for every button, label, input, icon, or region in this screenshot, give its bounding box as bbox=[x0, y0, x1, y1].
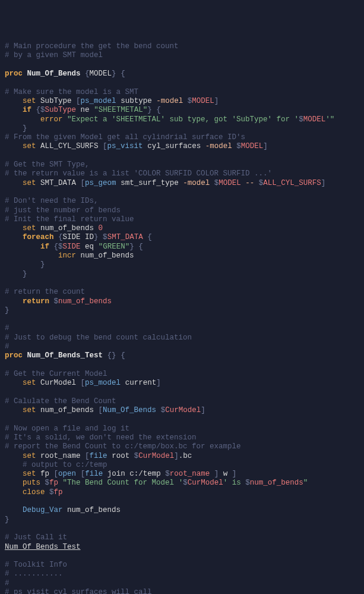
proc-name: Num_Of_Bends bbox=[27, 70, 81, 78]
keyword-if: if bbox=[40, 243, 49, 251]
variable-ref: MODEL bbox=[219, 179, 241, 187]
code-line: # It's a solid, we don't need the extens… bbox=[5, 433, 359, 442]
variable-ref: MODEL bbox=[241, 142, 264, 150]
comment: # report the Bend Count to c:/temp/box.b… bbox=[5, 442, 241, 451]
variable-ref: num_of_bends bbox=[58, 297, 112, 306]
comment: # From the given Model get all cylindria… bbox=[5, 133, 245, 142]
variable-ref: SMT_DATA bbox=[107, 233, 143, 241]
code-line: # output to c:/temp bbox=[5, 461, 359, 470]
code-line: proc Num_Of_Bends_Test {} { bbox=[5, 351, 359, 360]
code-line: # ........... bbox=[5, 570, 359, 579]
code-line: # Just to debug the bend count calculati… bbox=[5, 334, 359, 342]
comment: # return the count bbox=[5, 288, 85, 296]
command-call: file bbox=[85, 470, 103, 478]
code-line bbox=[5, 361, 359, 370]
cmd-flag: -- bbox=[245, 179, 254, 187]
command-call: ps_model bbox=[81, 97, 116, 105]
code-line bbox=[5, 524, 359, 533]
code-line: # Don't need the IDs, bbox=[5, 197, 359, 206]
code-line: Debug_Var num_of_bends bbox=[5, 506, 359, 515]
command-call: ps_model bbox=[85, 379, 121, 387]
comment: # Now open a file and log it bbox=[5, 425, 129, 433]
code-line: # Make sure the model is a SMT bbox=[5, 88, 359, 97]
code-line bbox=[5, 78, 359, 87]
number-literal: 0 bbox=[99, 224, 103, 232]
keyword-set: set bbox=[23, 179, 36, 187]
code-line: set fp [open [file join c:/temp $root_na… bbox=[5, 470, 359, 479]
code-line: } bbox=[5, 124, 359, 133]
variable-ref: ALL_CYL_SURFS bbox=[263, 179, 321, 187]
comment: # output to c:/temp bbox=[5, 461, 107, 469]
comment: # Make sure the model is a SMT bbox=[5, 88, 138, 96]
keyword-set: set bbox=[23, 406, 36, 414]
variable-ref: num_of_bends bbox=[250, 479, 303, 487]
variable-ref: fp bbox=[49, 479, 58, 487]
comment: # Get the Current Model bbox=[5, 370, 107, 378]
command-call: Num_Of_Bends bbox=[103, 406, 156, 414]
code-line bbox=[5, 497, 359, 506]
code-line: # ps_visit cyl_surfaces will call bbox=[5, 588, 359, 594]
variable-ref: root_name bbox=[170, 470, 210, 478]
comment: # Toolkit Info bbox=[5, 561, 67, 569]
command-call: file bbox=[90, 452, 107, 460]
code-line: set SMT_DATA [ps_geom smt_surf_type -mod… bbox=[5, 179, 359, 188]
code-line: close $fp bbox=[5, 488, 359, 497]
comment: # bbox=[5, 324, 10, 332]
code-line: } bbox=[5, 270, 359, 279]
code-line: set CurModel [ps_model current] bbox=[5, 379, 359, 388]
code-line bbox=[5, 388, 359, 397]
proc-call: Num_Of_Bends_Test bbox=[5, 543, 81, 551]
comment: # Just to debug the bend count calculati… bbox=[5, 334, 192, 342]
code-line: # Get the SMT Type, bbox=[5, 161, 359, 169]
keyword-set: set bbox=[23, 224, 36, 232]
code-line: # just the number of bends bbox=[5, 206, 359, 215]
code-line: # by a given SMT model bbox=[5, 51, 359, 60]
variable-ref: CurModel bbox=[138, 452, 174, 460]
keyword-set: set bbox=[23, 142, 36, 150]
variable-ref: MODEL bbox=[303, 115, 326, 124]
comment: # Calulate the Bend Count bbox=[5, 397, 116, 406]
keyword-proc: proc bbox=[5, 351, 23, 360]
variable-ref: SIDE bbox=[63, 243, 81, 251]
code-line: # Now open a file and log it bbox=[5, 425, 359, 433]
code-line: set ALL_CYL_SURFS [ps_visit cyl_surfaces… bbox=[5, 142, 359, 151]
code-line: set num_of_bends [Num_Of_Bends $CurModel… bbox=[5, 406, 359, 415]
code-line bbox=[5, 279, 359, 288]
code-line: if {$SIDE eq "GREEN"} { bbox=[5, 243, 359, 252]
code-line: foreach {SIDE ID} $SMT_DATA { bbox=[5, 233, 359, 242]
keyword-set: set bbox=[23, 470, 36, 478]
comment: # Init the final return value bbox=[5, 215, 134, 224]
proc-name: Num_Of_Bends_Test bbox=[27, 351, 103, 360]
keyword-set: set bbox=[23, 452, 36, 460]
code-line: # report the Bend Count to c:/temp/box.b… bbox=[5, 442, 359, 451]
code-line: set SubType [ps_model subtype -model $MO… bbox=[5, 97, 359, 106]
cmd-flag: -model bbox=[156, 97, 183, 105]
comment: # Don't need the IDs, bbox=[5, 197, 99, 205]
comment: # bbox=[5, 579, 10, 587]
comment: # Main procedure the get the bend count bbox=[5, 42, 179, 51]
variable-ref: CurModel bbox=[188, 479, 223, 487]
code-line: } bbox=[5, 306, 359, 315]
comment: # bbox=[5, 342, 10, 351]
keyword-set: set bbox=[23, 379, 36, 387]
code-line: # Get the Current Model bbox=[5, 370, 359, 379]
code-line: # bbox=[5, 324, 359, 333]
keyword-return: return bbox=[23, 297, 49, 306]
code-line bbox=[5, 415, 359, 424]
code-line bbox=[5, 188, 359, 197]
variable-ref: fp bbox=[54, 488, 63, 496]
comment: # ps_visit cyl_surfaces will call bbox=[5, 588, 156, 594]
command-call: ps_visit bbox=[107, 142, 143, 150]
code-line: # return the count bbox=[5, 288, 359, 297]
command-call: Debug_Var bbox=[23, 506, 63, 514]
code-line: } bbox=[5, 260, 359, 269]
code-line: # Init the final return value bbox=[5, 215, 359, 224]
code-line: # Calulate the Bend Count bbox=[5, 397, 359, 406]
code-line: set root_name [file root $CurModel].bc bbox=[5, 452, 359, 461]
comment: # the return value is a list 'COLOR SURF… bbox=[5, 169, 272, 178]
string-literal: "GREEN" bbox=[99, 243, 130, 251]
code-line: # the return value is a list 'COLOR SURF… bbox=[5, 169, 359, 178]
comment: # It's a solid, we don't need the extens… bbox=[5, 433, 197, 442]
code-line: error "Expect a 'SHEETMETAL' sub type, g… bbox=[5, 115, 359, 124]
code-line: # bbox=[5, 579, 359, 588]
